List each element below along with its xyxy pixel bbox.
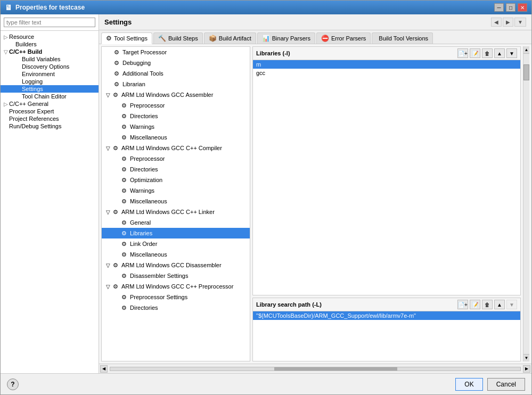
ctree-label: Target Processor (122, 49, 167, 55)
ctree-item-libraries[interactable]: ⚙ Libraries (102, 228, 250, 238)
ctree-item-debugging[interactable]: ⚙ Debugging (102, 57, 250, 68)
ctree-label: Directories (130, 113, 158, 119)
lib-item-lib_m[interactable]: m (253, 60, 520, 69)
sidebar-item-environment[interactable]: Environment (1, 70, 99, 78)
ctree-icon: ⚙ (120, 176, 128, 184)
horizontal-scrollbar: ◀ ▶ (99, 364, 531, 373)
ctree-item-preprocessor2[interactable]: ⚙ Preprocessor (102, 153, 250, 164)
sidebar-item-resource[interactable]: ▷ Resource (1, 33, 99, 40)
ctree-item-preprocessor_settings[interactable]: ⚙ Preprocessor Settings (102, 292, 250, 302)
lib-edit-button[interactable]: 📝 (470, 48, 480, 58)
ctree-label: Miscellaneous (130, 134, 167, 141)
lib-add-button[interactable]: 📄+ (457, 48, 468, 58)
lib-item-lib_gcc[interactable]: gcc (253, 69, 520, 77)
ctree-item-general_linker[interactable]: ⚙ General (102, 217, 250, 228)
main-content: ▷ Resource Builders ▽ C/C++ Build Build … (1, 14, 531, 373)
content-tree: ⚙ Target Processor ⚙ Debugging ⚙ Additio… (101, 46, 250, 361)
ctree-item-miscellaneous2[interactable]: ⚙ Miscellaneous (102, 196, 250, 207)
path-up-button[interactable]: ▲ (494, 300, 505, 309)
close-button[interactable]: ✕ (518, 3, 527, 12)
minimize-button[interactable]: ─ (494, 3, 504, 12)
tab-icon: ⚙ (106, 35, 112, 42)
sidebar-item-project_references[interactable]: Project References (1, 115, 99, 122)
ctree-item-miscellaneous1[interactable]: ⚙ Miscellaneous (102, 132, 250, 143)
ctree-label: Preprocessor (130, 102, 165, 109)
libraries-box: Libraries (-l) 📄+ 📝 🗑 ▲ ▼ mgcc (252, 46, 521, 295)
tab-build_tool_versions[interactable]: Build Tool Versions (372, 32, 433, 44)
ctree-item-warnings1[interactable]: ⚙ Warnings (102, 121, 250, 132)
ctree-item-arm_linker[interactable]: ▽ ⚙ ARM Ltd Windows GCC C++ Linker (102, 207, 250, 217)
ctree-item-miscellaneous3[interactable]: ⚙ Miscellaneous (102, 249, 250, 260)
tab-build_steps[interactable]: 🔨Build Steps (153, 32, 203, 44)
ctree-label: Additional Tools (122, 70, 163, 77)
ctree-item-additional_tools[interactable]: ⚙ Additional Tools (102, 68, 250, 79)
sidebar-item-logging[interactable]: Logging (1, 78, 99, 85)
ctree-icon: ⚙ (120, 197, 128, 205)
scroll-thumb-horizontal[interactable] (274, 367, 397, 371)
sidebar-item-run_debug[interactable]: Run/Debug Settings (1, 122, 99, 130)
tab-binary_parsers[interactable]: 📊Binary Parsers (257, 32, 315, 44)
ctree-icon: ⚙ (111, 208, 120, 216)
help-button[interactable]: ? (7, 378, 19, 390)
scroll-up-button[interactable]: ▲ (523, 46, 529, 54)
ctree-item-optimization[interactable]: ⚙ Optimization (102, 175, 250, 185)
sidebar-item-processor_expert[interactable]: Processor Expert (1, 108, 99, 115)
ok-button[interactable]: OK (455, 378, 482, 391)
sidebar-item-cc_build[interactable]: ▽ C/C++ Build (1, 48, 99, 55)
ctree-item-arm_assembler[interactable]: ▽ ⚙ ARM Ltd Windows GCC Assembler (102, 89, 250, 100)
bottom-bar: ? OK Cancel (1, 373, 531, 394)
tab-tool_settings[interactable]: ⚙Tool Settings (101, 32, 152, 44)
back-button[interactable]: ◀ (491, 18, 502, 27)
path-edit-button[interactable]: 📝 (470, 300, 480, 309)
tab-build_artifact[interactable]: 📦Build Artifact (204, 32, 256, 44)
ctree-item-librarian[interactable]: ⚙ Librarian (102, 79, 250, 89)
sidebar-item-discovery_options[interactable]: Discovery Options (1, 63, 99, 70)
ctree-icon: ⚙ (120, 229, 128, 237)
ctree-label: Link Order (130, 241, 157, 247)
path-add-button[interactable]: 📄+ (457, 300, 468, 309)
right-panel: Settings ◀ ▶ ▼ ⚙Tool Settings🔨Build Step… (99, 14, 531, 373)
ctree-label: Libraries (130, 230, 152, 236)
ctree-item-arm_cpp_compiler[interactable]: ▽ ⚙ ARM Ltd Windows GCC C++ Compiler (102, 143, 250, 153)
scroll-right-button[interactable]: ▶ (523, 365, 530, 373)
scroll-thumb-vertical[interactable] (523, 64, 529, 80)
scroll-left-button[interactable]: ◀ (100, 365, 108, 373)
ctree-item-arm_preprocessor[interactable]: ▽ ⚙ ARM Ltd Windows GCC C++ Preprocessor (102, 281, 250, 292)
ctree-item-target_processor[interactable]: ⚙ Target Processor (102, 47, 250, 57)
sidebar-item-build_variables[interactable]: Build Variables (1, 55, 99, 63)
sidebar-item-builders[interactable]: Builders (1, 40, 99, 48)
filter-input[interactable] (4, 18, 95, 27)
lib-up-button[interactable]: ▲ (494, 48, 505, 58)
path-item-path1[interactable]: "${MCUToolsBaseDir}/ARM_GCC_Support/ewl/… (253, 311, 520, 320)
ctree-icon: ⚙ (120, 101, 128, 110)
cancel-button[interactable]: Cancel (487, 378, 525, 391)
ctree-item-directories2[interactable]: ⚙ Directories (102, 164, 250, 175)
tab-icon: 📦 (209, 35, 217, 42)
path-down-button[interactable]: ▼ (506, 300, 517, 309)
ctree-item-directories1[interactable]: ⚙ Directories (102, 111, 250, 121)
tab-error_parsers[interactable]: ⛔Error Parsers (316, 32, 371, 44)
tree-toggle: ▷ (3, 34, 9, 40)
lib-delete-button[interactable]: 🗑 (482, 48, 493, 58)
scroll-down-button[interactable]: ▼ (523, 354, 529, 361)
forward-button[interactable]: ▶ (503, 18, 513, 27)
ctree-label: Warnings (130, 187, 154, 194)
ctree-item-disassembler_settings[interactable]: ⚙ Disassembler Settings (102, 270, 250, 281)
ctree-item-preprocessor1[interactable]: ⚙ Preprocessor (102, 100, 250, 111)
maximize-button[interactable]: □ (506, 3, 515, 12)
dropdown-button[interactable]: ▼ (514, 18, 526, 27)
lib-down-button[interactable]: ▼ (506, 48, 517, 58)
sidebar-item-settings[interactable]: Settings (1, 85, 99, 93)
ctree-item-warnings2[interactable]: ⚙ Warnings (102, 185, 250, 196)
ctree-item-directories3[interactable]: ⚙ Directories (102, 302, 250, 313)
tree-item-label: Discovery Options (22, 63, 69, 70)
ctree-item-arm_disassembler[interactable]: ▽ ⚙ ARM Ltd Windows GCC Disassembler (102, 260, 250, 270)
path-delete-button[interactable]: 🗑 (482, 300, 493, 309)
ctree-icon: ⚙ (111, 144, 120, 152)
tree-item-label: Build Variables (22, 56, 61, 62)
ctree-item-link_order[interactable]: ⚙ Link Order (102, 238, 250, 249)
sidebar-item-cc_general[interactable]: ▷ C/C++ General (1, 100, 99, 108)
ctree-icon: ⚙ (112, 59, 121, 67)
sidebar-item-tool_chain_editor[interactable]: Tool Chain Editor (1, 93, 99, 100)
ctree-icon: ⚙ (111, 282, 120, 291)
